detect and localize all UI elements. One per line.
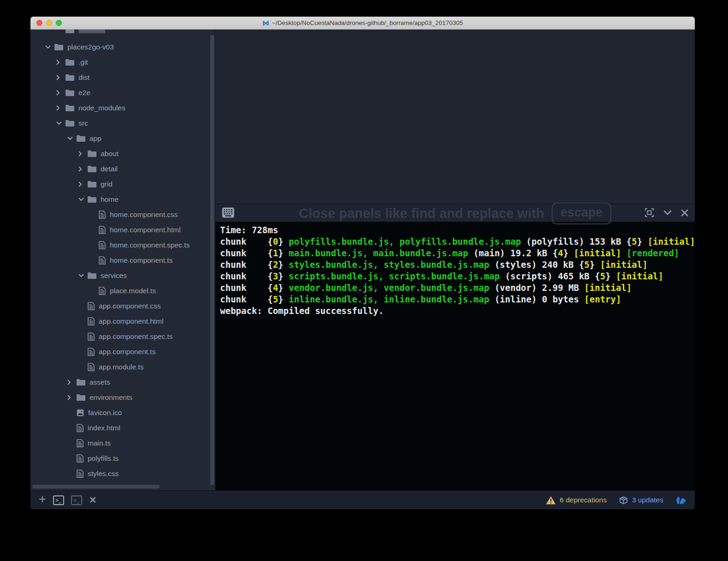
terminal-line: chunk {2} styles.bundle.js, styles.bundl… xyxy=(220,259,695,271)
tree-item-places2go-v03[interactable]: places2go-v03 xyxy=(30,39,215,54)
tree-item-label: app.component.css xyxy=(99,302,161,310)
tree-item-services[interactable]: services xyxy=(30,268,215,283)
package-icon xyxy=(619,495,628,505)
tree-item-favicon-ico[interactable]: favicon.ico xyxy=(30,405,215,420)
tree-item-node-modules[interactable]: node_modules xyxy=(30,100,215,115)
terminal-line: Time: 728ms xyxy=(220,224,695,236)
tree-item-home-component-css[interactable]: home.component.css xyxy=(30,207,215,222)
chevron-right-icon[interactable] xyxy=(56,75,66,80)
chevron-right-icon[interactable] xyxy=(56,90,66,96)
app-window: ⋈ ~/Desktop/NoCuestaNada/drones-github/_… xyxy=(30,17,695,509)
image-file-icon xyxy=(77,409,84,416)
tree-item-dist[interactable]: dist xyxy=(30,70,215,85)
tree-item-home-component-spec-ts[interactable]: home.component.spec.ts xyxy=(30,237,215,253)
tree-item-app-component-css[interactable]: app.component.css xyxy=(30,298,215,314)
chevron-right-icon[interactable] xyxy=(78,166,88,172)
tree-item-app[interactable]: app xyxy=(30,131,215,146)
tree-item-app-component-html[interactable]: app.component.html xyxy=(30,314,215,329)
tree-vertical-scrollbar[interactable] xyxy=(210,35,214,485)
tree-horizontal-scrollbar[interactable] xyxy=(32,485,160,489)
file-icon xyxy=(99,241,106,249)
chevron-right-icon[interactable] xyxy=(56,60,66,65)
terminal-line: chunk {1} main.bundle.js, main.bundle.js… xyxy=(220,247,695,259)
tree-item-src[interactable]: src xyxy=(30,115,215,131)
folder-icon xyxy=(54,43,63,50)
tree-item-styles-css[interactable]: styles.css xyxy=(30,466,215,481)
file-icon xyxy=(99,226,106,234)
folder-icon xyxy=(88,272,96,279)
tree-item-about[interactable]: about xyxy=(30,146,215,161)
tree-item-detail[interactable]: detail xyxy=(30,161,215,176)
tree-item-label: node_modules xyxy=(78,104,125,112)
close-icon[interactable]: ✕ xyxy=(89,495,97,505)
editor-watermark: Close panels like find and replace with … xyxy=(215,203,695,224)
folder-icon xyxy=(66,120,74,127)
updates-label: 3 updates xyxy=(632,496,663,504)
editor-pane[interactable]: Close panels like find and replace with … xyxy=(215,30,695,204)
tree-item-environments[interactable]: environments xyxy=(30,390,215,405)
chevron-right-icon[interactable] xyxy=(78,181,88,187)
deprecations-label: 6 deprecations xyxy=(560,496,607,504)
tree-item-label: app.component.html xyxy=(99,317,163,326)
folder-icon xyxy=(88,181,96,187)
file-icon xyxy=(88,302,95,310)
chevron-down-icon[interactable] xyxy=(78,198,88,201)
tree-item--git[interactable]: .git xyxy=(30,54,215,70)
traffic-lights xyxy=(36,20,62,26)
terminal-line: chunk {5} inline.bundle.js, inline.bundl… xyxy=(220,294,695,305)
folder-icon xyxy=(66,89,74,96)
folder-icon xyxy=(77,135,85,142)
tree-item-home[interactable]: home xyxy=(30,192,215,207)
tree-item-label: home xyxy=(101,195,119,204)
file-tree-panel[interactable]: places2go-v03.gitdiste2enode_modulessrca… xyxy=(30,30,215,490)
chevron-down-icon[interactable] xyxy=(67,137,77,140)
tree-item-e2e[interactable]: e2e xyxy=(30,85,215,100)
terminal-panel-icon-active[interactable]: >_ xyxy=(53,495,64,505)
file-icon xyxy=(77,470,84,478)
tree-item-index-html[interactable]: index.html xyxy=(30,420,215,435)
tree-item-label: main.ts xyxy=(88,439,111,447)
chevron-down-icon[interactable] xyxy=(45,45,54,49)
deprecations-status[interactable]: 6 deprecations xyxy=(546,496,607,505)
tree-item-label: environments xyxy=(90,393,132,402)
tree-item-assets[interactable]: assets xyxy=(30,374,215,390)
chevron-down-icon[interactable] xyxy=(56,121,66,125)
close-window-button[interactable] xyxy=(36,20,42,26)
tree-item-label: index.html xyxy=(88,424,120,432)
zoom-window-button[interactable] xyxy=(56,20,62,26)
file-icon xyxy=(77,439,84,447)
chevron-right-icon[interactable] xyxy=(67,395,77,400)
chevron-right-icon[interactable] xyxy=(56,105,66,111)
tree-item-home-component-html[interactable]: home.component.html xyxy=(30,222,215,237)
terminal-output-panel[interactable]: Time: 728mschunk {0} polyfills.bundle.js… xyxy=(215,222,695,491)
tree-item-label: app.component.ts xyxy=(99,348,155,356)
minimize-window-button[interactable] xyxy=(46,20,52,26)
squirrel-icon[interactable] xyxy=(675,495,686,505)
chevron-down-icon[interactable] xyxy=(78,274,88,277)
file-icon xyxy=(99,211,106,219)
chevron-right-icon[interactable] xyxy=(78,151,88,157)
bowtie-code-icon: ⋈ xyxy=(263,19,269,26)
folder-icon xyxy=(66,59,74,66)
tree-item-label: app.module.ts xyxy=(99,363,143,371)
terminal-panel-icon[interactable]: >_ xyxy=(71,495,82,505)
tree-item-grid[interactable]: grid xyxy=(30,176,215,192)
plus-icon[interactable]: + xyxy=(39,493,46,506)
tree-item-label: home.component.spec.ts xyxy=(110,241,190,249)
chevron-right-icon[interactable] xyxy=(67,380,77,385)
tree-item-app-component-spec-ts[interactable]: app.component.spec.ts xyxy=(30,329,215,344)
tree-item-label: services xyxy=(101,271,127,280)
terminal-line: webpack: Compiled successfully. xyxy=(220,305,695,317)
tree-item-home-component-ts[interactable]: home.component.ts xyxy=(30,253,215,268)
tree-item-app-component-ts[interactable]: app.component.ts xyxy=(30,344,215,359)
tree-item-polyfills-ts[interactable]: polyfills.ts xyxy=(30,451,215,466)
tree-item-label: src xyxy=(78,119,88,127)
folder-icon xyxy=(66,74,74,81)
updates-status[interactable]: 3 updates xyxy=(619,495,663,505)
file-icon xyxy=(99,287,106,295)
tree-item-main-ts[interactable]: main.ts xyxy=(30,435,215,451)
tree-item-app-module-ts[interactable]: app.module.ts xyxy=(30,359,215,374)
titlebar[interactable]: ⋈ ~/Desktop/NoCuestaNada/drones-github/_… xyxy=(30,17,695,30)
tree-item-label: .git xyxy=(78,58,88,66)
tree-item-place-model-ts[interactable]: place.model.ts xyxy=(30,283,215,298)
